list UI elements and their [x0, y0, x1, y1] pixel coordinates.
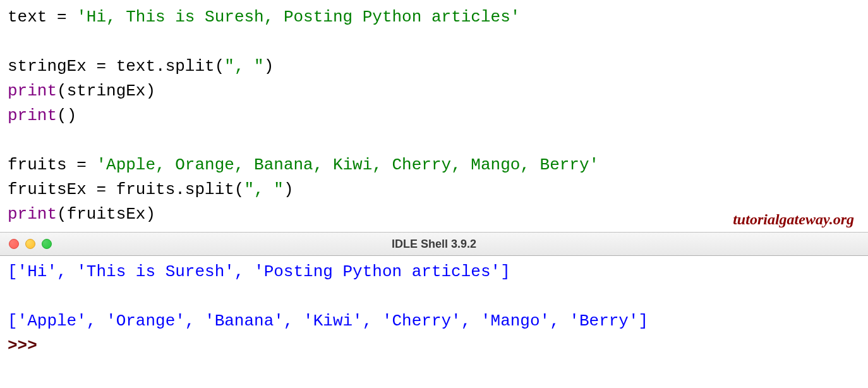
- paren-open: (: [57, 82, 67, 100]
- string-literal: ", ": [244, 180, 283, 199]
- code-line-blank: [8, 128, 860, 153]
- code-line: fruits = 'Apple, Orange, Banana, Kiwi, C…: [8, 153, 860, 178]
- paren-open: (: [57, 106, 67, 125]
- close-icon[interactable]: [9, 239, 19, 249]
- code-line: fruitsEx = fruits.split(", "): [8, 178, 860, 202]
- maximize-icon[interactable]: [42, 239, 52, 249]
- code-line: stringEx = text.split(", "): [8, 54, 860, 79]
- string-literal: 'Hi, This is Suresh, Posting Python arti…: [76, 8, 520, 27]
- builtin-print: print: [8, 106, 57, 125]
- paren-open: (: [57, 205, 67, 224]
- variable-name: fruitsEx: [8, 180, 87, 199]
- window-title-bar[interactable]: IDLE Shell 3.9.2: [0, 232, 868, 256]
- paren-close: ): [145, 205, 155, 224]
- paren-close: ): [284, 180, 294, 199]
- minimize-icon[interactable]: [25, 239, 35, 249]
- shell-output-line: ['Hi', 'This is Suresh', 'Posting Python…: [8, 260, 860, 284]
- method-call: text.split(: [116, 57, 225, 76]
- code-line: print(): [8, 104, 860, 128]
- shell-output-pane[interactable]: ['Hi', 'This is Suresh', 'Posting Python…: [0, 256, 868, 362]
- operator: =: [87, 57, 116, 76]
- builtin-print: print: [8, 205, 57, 224]
- operator: =: [87, 180, 116, 199]
- traffic-lights: [9, 239, 52, 249]
- watermark-text: tutorialgateway.org: [733, 211, 854, 228]
- shell-prompt[interactable]: >>>: [8, 334, 860, 358]
- variable-name: fruits: [8, 155, 67, 174]
- shell-output-line: ['Apple', 'Orange', 'Banana', 'Kiwi', 'C…: [8, 309, 860, 334]
- shell-blank-line: [8, 284, 860, 309]
- operator: =: [67, 155, 97, 174]
- code-line: text = 'Hi, This is Suresh, Posting Pyth…: [8, 5, 860, 30]
- paren-close: ): [264, 57, 274, 76]
- paren-close: ): [145, 82, 155, 100]
- variable-name: fruitsEx: [67, 205, 146, 224]
- variable-name: stringEx: [67, 82, 146, 100]
- operator: =: [47, 8, 76, 27]
- variable-name: stringEx: [8, 57, 87, 76]
- string-literal: 'Apple, Orange, Banana, Kiwi, Cherry, Ma…: [96, 155, 599, 174]
- code-editor-pane[interactable]: text = 'Hi, This is Suresh, Posting Pyth…: [0, 0, 868, 232]
- code-line: print(stringEx): [8, 79, 860, 104]
- variable-name: text: [8, 8, 47, 27]
- string-literal: ", ": [224, 57, 263, 76]
- builtin-print: print: [8, 82, 57, 100]
- paren-close: ): [67, 106, 77, 125]
- code-line-blank: [8, 30, 860, 54]
- window-title: IDLE Shell 3.9.2: [392, 238, 476, 251]
- method-call: fruits.split(: [116, 180, 244, 199]
